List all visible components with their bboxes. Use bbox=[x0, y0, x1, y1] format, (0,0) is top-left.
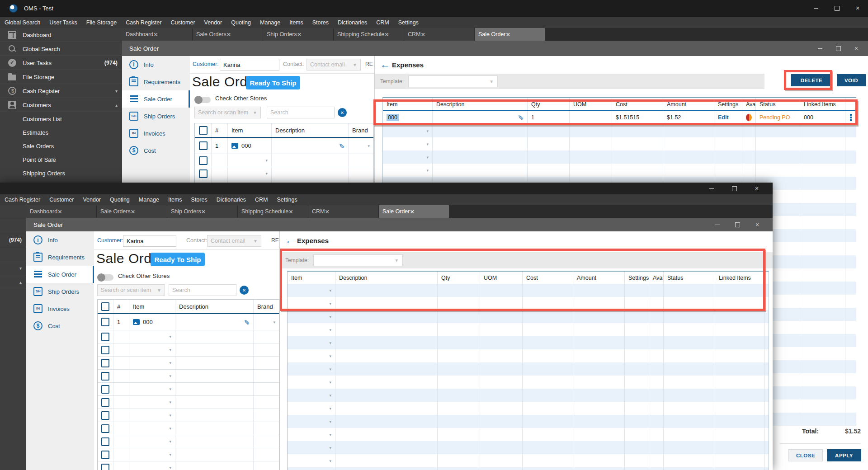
menu-item-customer[interactable]: Customer bbox=[45, 197, 78, 203]
row-checkbox[interactable] bbox=[199, 156, 208, 165]
row-item-cell[interactable]: ▾ bbox=[129, 330, 175, 343]
minimize-icon[interactable] bbox=[806, 0, 826, 17]
item-dropdown-icon[interactable]: ▾ bbox=[169, 413, 171, 418]
customer-input[interactable]: Karina bbox=[123, 235, 176, 247]
clear-search-icon[interactable]: ✕ bbox=[240, 286, 249, 295]
doc-nav-item-invoices[interactable]: INInvoices bbox=[122, 125, 190, 142]
back-arrow-icon[interactable]: ← bbox=[380, 60, 390, 70]
item-dropdown-icon[interactable]: ▾ bbox=[426, 142, 429, 146]
menu-item-cash-register[interactable]: Cash Register bbox=[0, 197, 45, 203]
row-checkbox[interactable] bbox=[101, 372, 109, 381]
row-checkbox[interactable] bbox=[101, 398, 109, 407]
close-icon[interactable]: ✕ bbox=[847, 0, 868, 17]
menu-item-crm[interactable]: CRM bbox=[250, 197, 272, 203]
row-checkbox[interactable] bbox=[101, 359, 109, 367]
row-description-cell[interactable]: ✎ bbox=[272, 138, 349, 154]
w2-doc-maximize-icon[interactable] bbox=[727, 218, 747, 231]
w2-doc-close-icon[interactable]: ✕ bbox=[747, 218, 767, 231]
customer-input[interactable]: Karina bbox=[220, 59, 279, 70]
menu-item-settings[interactable]: Settings bbox=[272, 197, 302, 203]
void-button[interactable]: VOID bbox=[837, 74, 866, 86]
doc-nav-item-ship-orders[interactable]: SHShip Orders bbox=[26, 283, 94, 300]
row-item-cell[interactable]: ▾ bbox=[129, 422, 175, 435]
row-checkbox[interactable] bbox=[101, 333, 109, 341]
contact-select[interactable]: Contact email▼ bbox=[307, 59, 361, 70]
contact-select[interactable]: Contact email▼ bbox=[207, 235, 261, 247]
doc-nav-item-cost[interactable]: $Cost bbox=[26, 317, 94, 334]
item-dropdown-icon[interactable]: ▾ bbox=[169, 334, 171, 339]
menu-item-cash-register[interactable]: Cash Register bbox=[121, 19, 166, 26]
row-item-cell[interactable]: ▾ bbox=[129, 343, 175, 356]
item-dropdown-icon[interactable]: ▾ bbox=[329, 446, 331, 450]
exp-cell-item[interactable]: ▾ bbox=[288, 376, 335, 389]
w2-sidebar-item-customers-list[interactable] bbox=[0, 289, 26, 303]
w2-sidebar-item-cash-register[interactable]: ▾ bbox=[0, 261, 26, 275]
item-dropdown-icon[interactable]: ▾ bbox=[329, 328, 331, 332]
edit-pencil-icon[interactable]: ✎ bbox=[338, 143, 346, 149]
doc-nav-item-sale-order[interactable]: Sale Order bbox=[122, 90, 190, 108]
item-dropdown-icon[interactable]: ▾ bbox=[169, 387, 171, 391]
tab-dashboard[interactable]: Dashboard✕ bbox=[26, 205, 96, 218]
doc-nav-item-info[interactable]: iInfo bbox=[26, 231, 94, 249]
item-dropdown-icon[interactable]: ▾ bbox=[329, 354, 331, 358]
doc-minimize-icon[interactable] bbox=[811, 41, 829, 56]
doc-nav-item-requirements[interactable]: Requirements bbox=[122, 73, 190, 90]
row-item-cell[interactable]: ▾ bbox=[129, 383, 175, 395]
menu-item-user-tasks[interactable]: User Tasks bbox=[45, 19, 82, 26]
sidebar-item-point-of-sale[interactable]: Point of Sale bbox=[0, 153, 122, 166]
doc-nav-item-ship-orders[interactable]: SHShip Orders bbox=[122, 108, 190, 125]
tab-sale-orders[interactable]: Sale Orders✕ bbox=[97, 205, 167, 218]
exp-cell-item[interactable]: ▾ bbox=[383, 137, 433, 150]
exp-cell-item[interactable]: ▾ bbox=[288, 336, 335, 349]
tab-sale-orders[interactable]: Sale Orders✕ bbox=[193, 28, 263, 41]
menu-item-crm[interactable]: CRM bbox=[372, 19, 393, 26]
menu-item-quoting[interactable]: Quoting bbox=[105, 197, 134, 203]
menu-item-manage[interactable]: Manage bbox=[134, 197, 164, 203]
row-item-cell[interactable]: ▾ bbox=[129, 357, 175, 369]
exp-cell-item[interactable]: ▾ bbox=[288, 454, 335, 467]
exp-cell-item[interactable]: ▾ bbox=[383, 164, 433, 177]
menu-item-vendor[interactable]: Vendor bbox=[78, 197, 105, 203]
row-checkbox[interactable] bbox=[101, 464, 109, 470]
tab-shipping-schedule[interactable]: Shipping Schedule✕ bbox=[238, 205, 308, 218]
w2-sidebar-item-sale-orders[interactable] bbox=[0, 316, 26, 330]
exp-cell-item[interactable]: ▾ bbox=[288, 467, 335, 470]
clear-search-icon[interactable]: ✕ bbox=[338, 108, 347, 117]
sidebar-item-customers[interactable]: Customers▴ bbox=[0, 98, 122, 112]
item-dropdown-icon[interactable]: ▾ bbox=[329, 380, 331, 385]
item-dropdown-icon[interactable]: ▾ bbox=[426, 168, 429, 173]
menu-item-manage[interactable]: Manage bbox=[255, 19, 285, 26]
item-dropdown-icon[interactable]: ▾ bbox=[329, 406, 331, 411]
item-search-select[interactable]: Search or scan item▼ bbox=[194, 107, 261, 118]
w2-sidebar-item-global-search[interactable] bbox=[0, 219, 26, 233]
sidebar-item-cash-register[interactable]: Cash Register▾ bbox=[0, 84, 122, 98]
row-brand-cell[interactable]: ▾ bbox=[254, 314, 279, 330]
sidebar-item-global-search[interactable]: Global Search bbox=[0, 42, 122, 56]
exp-cell-item[interactable]: ▾ bbox=[288, 402, 335, 415]
doc-nav-item-requirements[interactable]: Requirements bbox=[26, 249, 94, 266]
row-item-cell[interactable]: ▾ bbox=[228, 154, 272, 167]
item-dropdown-icon[interactable]: ▾ bbox=[265, 158, 268, 163]
w2-sidebar-item-shipping-orders[interactable] bbox=[0, 343, 26, 357]
row-item-cell[interactable]: ▾ bbox=[129, 396, 175, 409]
tab-close-icon[interactable]: ✕ bbox=[420, 31, 425, 38]
tab-close-icon[interactable]: ✕ bbox=[57, 208, 62, 215]
item-dropdown-icon[interactable]: ▾ bbox=[426, 155, 429, 160]
row-item-cell[interactable]: ▾ bbox=[129, 370, 175, 382]
item-dropdown-icon[interactable]: ▾ bbox=[169, 348, 171, 352]
item-dropdown-icon[interactable]: ▾ bbox=[329, 393, 331, 398]
search-input[interactable]: Search bbox=[169, 284, 236, 296]
item-dropdown-icon[interactable]: ▾ bbox=[169, 426, 171, 431]
close-button[interactable]: CLOSE bbox=[788, 449, 823, 461]
w2-sidebar-item-user-tasks[interactable]: (974) bbox=[0, 233, 26, 247]
row-item-cell[interactable]: ▾ bbox=[129, 435, 175, 448]
w2-minimize-icon[interactable] bbox=[700, 183, 723, 194]
row-description-cell[interactable]: ✎ bbox=[175, 314, 254, 330]
menu-item-file-storage[interactable]: File Storage bbox=[82, 19, 121, 26]
doc-close-icon[interactable]: ✕ bbox=[847, 41, 865, 56]
row-checkbox[interactable] bbox=[101, 385, 109, 394]
tab-close-icon[interactable]: ✕ bbox=[297, 31, 302, 38]
chevron-down-icon[interactable]: ▾ bbox=[368, 144, 370, 148]
tab-ship-orders[interactable]: Ship Orders✕ bbox=[263, 28, 333, 41]
menu-item-settings[interactable]: Settings bbox=[394, 19, 423, 26]
